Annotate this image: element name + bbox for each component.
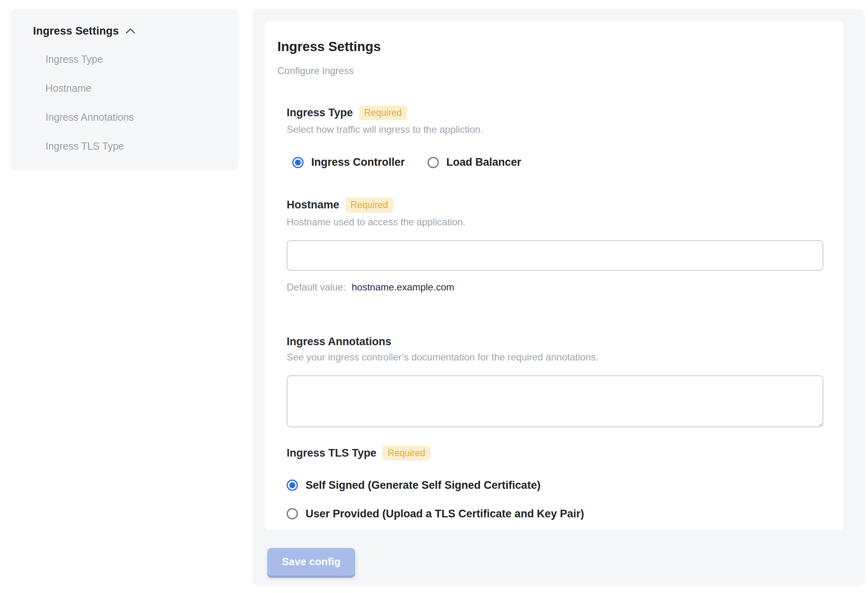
hostname-default-line: Default value: hostname.example.com [287,282,823,293]
section-ingress-tls-type: Ingress TLS Type Required Self Signed (G… [287,446,823,520]
sidebar-item-hostname[interactable]: Hostname [45,82,223,94]
main-panel: Ingress Settings Configure Ingress Ingre… [252,9,865,586]
save-config-button[interactable]: Save config [267,548,355,576]
ingress-annotations-label: Ingress Annotations [287,336,391,348]
radio-user-provided[interactable] [287,508,298,519]
section-ingress-annotations: Ingress Annotations See your ingress con… [287,336,823,427]
required-badge: Required [345,198,393,212]
sidebar-group-label: Ingress Settings [33,25,119,37]
default-value-prefix: Default value: [287,282,346,292]
radio-option-user-provided[interactable]: User Provided (Upload a TLS Certificate … [287,508,823,520]
ingress-tls-type-label: Ingress TLS Type [287,447,376,459]
sidebar-item-ingress-tls-type[interactable]: Ingress TLS Type [45,140,223,152]
page: Ingress Settings Ingress Type Hostname I… [0,0,868,593]
sidebar-item-list: Ingress Type Hostname Ingress Annotation… [45,54,223,152]
ingress-type-radio-group: Ingress Controller Load Balancer [292,156,823,169]
radio-ingress-controller[interactable] [292,157,304,168]
ingress-type-help: Select how traffic will ingress to the a… [287,124,823,135]
section-ingress-type: Ingress Type Required Select how traffic… [287,105,823,169]
sidebar: Ingress Settings Ingress Type Hostname I… [10,9,239,170]
sidebar-item-ingress-annotations[interactable]: Ingress Annotations [45,111,223,123]
radio-label-load-balancer: Load Balancer [446,156,521,169]
tls-radio-group: Self Signed (Generate Self Signed Certif… [287,479,823,520]
radio-option-self-signed[interactable]: Self Signed (Generate Self Signed Certif… [287,479,823,492]
required-badge: Required [382,446,430,461]
radio-self-signed[interactable] [287,480,298,491]
sidebar-item-ingress-type[interactable]: Ingress Type [45,54,223,65]
ingress-annotations-help: See your ingress controller’s documentat… [287,352,823,363]
chevron-up-icon [124,25,136,37]
hostname-label: Hostname [287,199,339,211]
radio-label-ingress-controller: Ingress Controller [311,156,405,169]
radio-label-self-signed: Self Signed (Generate Self Signed Certif… [306,479,541,492]
ingress-annotations-textarea[interactable] [287,375,823,427]
section-hostname: Hostname Required Hostname used to acces… [287,198,823,292]
default-value-text: hostname.example.com [351,282,454,292]
radio-option-ingress-controller[interactable]: Ingress Controller [292,156,405,169]
required-badge: Required [359,105,407,120]
ingress-settings-card: Ingress Settings Configure Ingress Ingre… [265,21,843,530]
ingress-type-label: Ingress Type [287,107,353,119]
radio-option-load-balancer[interactable]: Load Balancer [428,156,521,169]
radio-load-balancer[interactable] [428,157,439,168]
radio-label-user-provided: User Provided (Upload a TLS Certificate … [306,508,584,520]
hostname-input[interactable] [287,240,823,271]
sidebar-group-ingress-settings[interactable]: Ingress Settings [33,25,223,37]
page-title: Ingress Settings [277,39,823,54]
hostname-help: Hostname used to access the application. [287,216,823,228]
page-subtitle: Configure Ingress [277,65,823,76]
